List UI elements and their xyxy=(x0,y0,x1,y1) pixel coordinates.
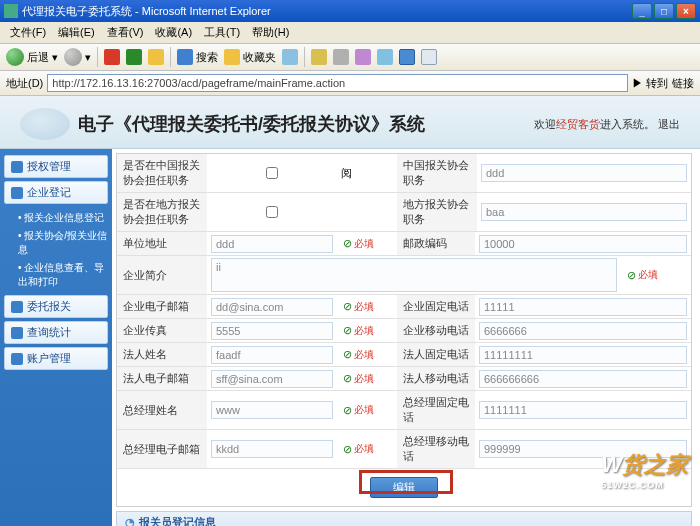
label-fax: 企业传真 xyxy=(117,319,207,342)
nav-entrust[interactable]: 委托报关 xyxy=(4,295,108,318)
label-legal-tel: 法人固定电话 xyxy=(397,343,475,366)
ext-icon-1[interactable] xyxy=(399,49,415,65)
ext-icon-2[interactable] xyxy=(421,49,437,65)
label-intro: 企业简介 xyxy=(117,256,207,294)
input-legal-email[interactable] xyxy=(211,370,333,388)
label-china-pos: 中国报关协会职务 xyxy=(397,154,477,192)
label-mgr-mobile: 总经理移动电话 xyxy=(397,430,475,468)
input-legal-mobile[interactable] xyxy=(479,370,687,388)
page-title: 电子《代理报关委托书/委托报关协议》系统 xyxy=(78,112,534,136)
field-china-assoc xyxy=(207,154,337,192)
back-button[interactable]: 后退 ▾ xyxy=(6,48,58,66)
input-china-pos[interactable] xyxy=(481,164,687,182)
field-local-assoc xyxy=(207,193,337,231)
label-email: 企业电子邮箱 xyxy=(117,295,207,318)
sub-customs-info[interactable]: 报关企业信息登记 xyxy=(18,209,108,227)
sub-view-export[interactable]: 企业信息查看、导出和打印 xyxy=(18,259,108,291)
forward-button[interactable]: ▾ xyxy=(64,48,91,66)
input-local-pos[interactable] xyxy=(481,203,687,221)
label-addr: 单位地址 xyxy=(117,232,207,255)
label-mgr: 总经理姓名 xyxy=(117,391,207,429)
menu-edit[interactable]: 编辑(E) xyxy=(54,24,99,41)
input-fax[interactable] xyxy=(211,322,333,340)
input-legal[interactable] xyxy=(211,346,333,364)
discuss-icon[interactable] xyxy=(377,49,393,65)
sidebar: 授权管理 企业登记 报关企业信息登记 报关协会/报关业信息 企业信息查看、导出和… xyxy=(0,149,112,526)
section-customs-staff[interactable]: 报关员登记信息 xyxy=(116,511,692,526)
maximize-button[interactable]: □ xyxy=(654,3,674,19)
menu-tools[interactable]: 工具(T) xyxy=(200,24,244,41)
mail-icon[interactable] xyxy=(311,49,327,65)
input-legal-tel[interactable] xyxy=(479,346,687,364)
page-header: 电子《代理报关委托书/委托报关协议》系统 欢迎经贸客货进入系统。 退出 xyxy=(0,96,700,149)
checkbox-local-assoc[interactable] xyxy=(211,206,333,218)
highlight-box xyxy=(359,470,453,494)
menu-help[interactable]: 帮助(H) xyxy=(248,24,293,41)
input-zip[interactable] xyxy=(479,235,687,253)
menu-view[interactable]: 查看(V) xyxy=(103,24,148,41)
label-legal-email: 法人电子邮箱 xyxy=(117,367,207,390)
input-email[interactable] xyxy=(211,298,333,316)
checkbox-china-assoc[interactable] xyxy=(211,167,333,179)
close-button[interactable]: × xyxy=(676,3,696,19)
minimize-button[interactable]: _ xyxy=(632,3,652,19)
refresh-icon[interactable] xyxy=(126,49,142,65)
label-legal: 法人姓名 xyxy=(117,343,207,366)
links-label[interactable]: 链接 xyxy=(672,76,694,91)
label-china-assoc: 是否在中国报关协会担任职务 xyxy=(117,154,207,192)
input-mgr[interactable] xyxy=(211,401,333,419)
label-tel: 企业固定电话 xyxy=(397,295,475,318)
go-button[interactable]: ▶ 转到 xyxy=(632,76,668,91)
nav-register-sub: 报关企业信息登记 报关协会/报关业信息 企业信息查看、导出和打印 xyxy=(4,207,108,295)
stop-icon[interactable] xyxy=(104,49,120,65)
home-icon[interactable] xyxy=(148,49,164,65)
edit-icon[interactable] xyxy=(355,49,371,65)
input-mobile[interactable] xyxy=(479,322,687,340)
search-button[interactable]: 搜索 xyxy=(177,49,218,65)
menu-fav[interactable]: 收藏(A) xyxy=(151,24,196,41)
logo-icon xyxy=(20,108,70,140)
history-icon[interactable] xyxy=(282,49,298,65)
logout-link[interactable]: 退出 xyxy=(658,118,680,130)
sub-assoc-info[interactable]: 报关协会/报关业信息 xyxy=(18,227,108,259)
print-icon[interactable] xyxy=(333,49,349,65)
welcome-text: 欢迎经贸客货进入系统。 退出 xyxy=(534,117,680,132)
label-zip: 邮政编码 xyxy=(397,232,475,255)
label-mobile: 企业移动电话 xyxy=(397,319,475,342)
label-mgr-email: 总经理电子邮箱 xyxy=(117,430,207,468)
menu-bar: 文件(F) 编辑(E) 查看(V) 收藏(A) 工具(T) 帮助(H) xyxy=(0,22,700,44)
label-local-assoc: 是否在地方报关协会担任职务 xyxy=(117,193,207,231)
watermark: W货之家 51W2C.COM xyxy=(601,450,688,490)
window-titlebar: 代理报关电子委托系统 - Microsoft Internet Explorer… xyxy=(0,0,700,22)
input-addr[interactable] xyxy=(211,235,333,253)
textarea-intro[interactable]: ii xyxy=(211,258,617,292)
nav-query[interactable]: 查询统计 xyxy=(4,321,108,344)
input-tel[interactable] xyxy=(479,298,687,316)
address-bar: 地址(D) http://172.16.13.16:27003/acd/page… xyxy=(0,71,700,96)
val-china-assoc: 阅 xyxy=(337,154,397,192)
label-local-pos: 地方报关协会职务 xyxy=(397,193,477,231)
address-input[interactable]: http://172.16.13.16:27003/acd/pageframe/… xyxy=(47,74,628,92)
menu-file[interactable]: 文件(F) xyxy=(6,24,50,41)
favorites-button[interactable]: 收藏夹 xyxy=(224,49,276,65)
address-label: 地址(D) xyxy=(6,76,43,91)
nav-register[interactable]: 企业登记 xyxy=(4,181,108,204)
nav-account[interactable]: 账户管理 xyxy=(4,347,108,370)
input-mgr-email[interactable] xyxy=(211,440,333,458)
label-legal-mobile: 法人移动电话 xyxy=(397,367,475,390)
toolbar: 后退 ▾ ▾ 搜索 收藏夹 xyxy=(0,44,700,71)
app-icon xyxy=(4,4,18,18)
input-mgr-tel[interactable] xyxy=(479,401,687,419)
nav-auth[interactable]: 授权管理 xyxy=(4,155,108,178)
window-title: 代理报关电子委托系统 - Microsoft Internet Explorer xyxy=(22,4,630,19)
label-mgr-tel: 总经理固定电话 xyxy=(397,391,475,429)
